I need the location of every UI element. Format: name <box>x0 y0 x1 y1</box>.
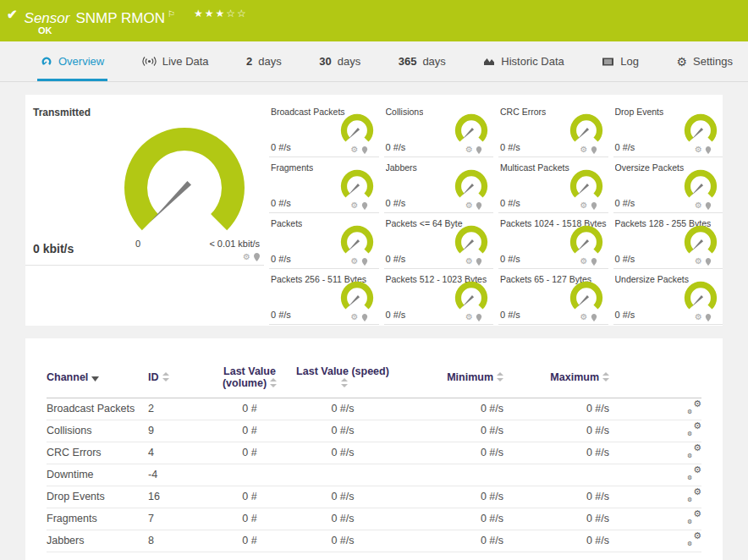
tab-2-days[interactable]: 2 days <box>243 41 285 81</box>
gear-icon[interactable]: ⚙ <box>351 201 359 210</box>
gear-icon[interactable]: ⚙ <box>580 145 588 154</box>
cell-channel: Broadcast Packets <box>47 398 148 420</box>
cell-maximum: 0 #/s <box>503 530 609 552</box>
gauge-card: Packets 512 - 1023 Bytes 0 #/s ⚙ <box>384 269 494 325</box>
flag-icon[interactable]: ⚐ <box>168 9 175 19</box>
tab-overview[interactable]: Overview <box>37 41 107 81</box>
cell-channel: Drop Events <box>47 486 148 508</box>
channels-table-panel: ChannelIDLast Value (volume)Last Value (… <box>25 338 723 560</box>
channel-settings-gears-icon[interactable]: ⚙⚙ <box>687 511 701 524</box>
pin-icon[interactable] <box>476 258 482 266</box>
pin-icon[interactable] <box>361 202 368 210</box>
gauge-needle <box>691 128 703 140</box>
pin-icon[interactable] <box>705 202 712 210</box>
table-row[interactable]: Fragments 7 0 # 0 #/s 0 #/s 0 #/s ⚙⚙ <box>47 508 701 530</box>
pin-icon[interactable] <box>476 314 482 321</box>
gear-icon[interactable]: ⚙ <box>580 257 588 266</box>
channel-settings-gears-icon[interactable]: ⚙⚙ <box>687 533 701 546</box>
gauge-title: CRC Errors <box>500 107 546 117</box>
gear-icon[interactable]: ⚙ <box>465 201 473 210</box>
tab-30-days[interactable]: 30 days <box>316 41 364 81</box>
tab-365-days[interactable]: 365 days <box>395 41 449 81</box>
gear-icon[interactable]: ⚙ <box>580 313 588 321</box>
priority-stars[interactable]: ★★★☆☆ <box>194 5 248 22</box>
pin-icon[interactable] <box>591 202 597 210</box>
channel-settings-gears-icon[interactable]: ⚙⚙ <box>687 401 701 414</box>
cell-minimum: 0 #/s <box>393 420 503 442</box>
gear-icon[interactable]: ⚙ <box>351 257 359 266</box>
gauge-card: Oversize Packets 0 #/s ⚙ <box>613 157 723 213</box>
main-gauge-scale-max: < 0.01 kbit/s <box>209 239 260 249</box>
col-header-last-value-volume[interactable]: Last Value (volume) <box>207 357 292 398</box>
gauge-needle <box>577 128 589 140</box>
main-gauge-title: Transmitted <box>33 107 91 118</box>
gear-icon[interactable]: ⚙ <box>695 201 702 210</box>
gear-icon[interactable]: ⚙ <box>465 145 473 154</box>
table-body: Broadcast Packets 2 0 # 0 #/s 0 #/s 0 #/… <box>47 398 701 552</box>
gear-icon[interactable]: ⚙ <box>695 257 702 266</box>
gear-icon[interactable]: ⚙ <box>695 313 702 321</box>
col-header-maximum[interactable]: Maximum <box>503 357 609 398</box>
gear-icon[interactable]: ⚙ <box>243 253 250 261</box>
pin-icon[interactable] <box>361 314 368 321</box>
pin-icon[interactable] <box>591 258 597 266</box>
col-header-id[interactable]: ID <box>148 357 207 398</box>
cell-id: -4 <box>148 464 207 486</box>
gauge-title: Fragments <box>271 162 313 173</box>
cell-minimum <box>393 464 503 486</box>
tab-log[interactable]: Log <box>598 41 642 81</box>
gauge-card: Fragments 0 #/s ⚙ <box>269 157 379 213</box>
live-icon <box>142 56 157 67</box>
tab-number: 365 <box>399 55 417 68</box>
gauge-needle <box>151 181 191 222</box>
col-header-last-value-speed[interactable]: Last Value (speed) <box>292 357 393 398</box>
gauge-title: Drop Events <box>615 107 664 117</box>
gear-icon[interactable]: ⚙ <box>580 201 588 210</box>
channel-settings-gears-icon[interactable]: ⚙⚙ <box>687 423 701 436</box>
table-row[interactable]: Jabbers 8 0 # 0 #/s 0 #/s 0 #/s ⚙⚙ <box>47 530 701 552</box>
cell-id: 4 <box>148 442 207 464</box>
gear-icon[interactable]: ⚙ <box>351 145 359 154</box>
channel-settings-gears-icon[interactable]: ⚙⚙ <box>687 445 701 458</box>
table-row[interactable]: Collisions 9 0 # 0 #/s 0 #/s 0 #/s ⚙⚙ <box>47 420 701 442</box>
pin-icon[interactable] <box>591 314 597 321</box>
table-row[interactable]: Drop Events 16 0 # 0 #/s 0 #/s 0 #/s ⚙⚙ <box>47 486 701 508</box>
gauge-value: 0 #/s <box>271 254 291 264</box>
pin-icon[interactable] <box>476 146 482 154</box>
gear-icon[interactable]: ⚙ <box>351 313 359 321</box>
channel-settings-gears-icon[interactable]: ⚙⚙ <box>687 489 701 502</box>
gauge-value: 0 #/s <box>386 142 406 152</box>
cell-minimum: 0 #/s <box>393 508 503 530</box>
cell-maximum: 0 #/s <box>503 486 609 508</box>
pin-icon[interactable] <box>361 258 368 266</box>
tab-settings[interactable]: ⚙ Settings <box>673 41 736 81</box>
gear-icon[interactable]: ⚙ <box>465 313 473 321</box>
gauge-needle <box>462 295 474 307</box>
tab-label: Settings <box>693 55 733 68</box>
pin-icon[interactable] <box>705 258 712 266</box>
pin-icon[interactable] <box>591 146 597 154</box>
gear-icon[interactable]: ⚙ <box>695 145 702 154</box>
cell-last-value-speed: 0 #/s <box>292 420 393 442</box>
channel-settings-gears-icon[interactable]: ⚙⚙ <box>687 467 701 480</box>
pin-icon[interactable] <box>476 202 482 210</box>
pin-icon[interactable] <box>253 253 261 261</box>
cell-last-value-volume: 0 # <box>207 420 292 442</box>
gauge-needle <box>577 239 589 251</box>
gauge-value: 0 #/s <box>500 254 520 264</box>
gauge-needle <box>348 295 360 307</box>
table-row[interactable]: Broadcast Packets 2 0 # 0 #/s 0 #/s 0 #/… <box>47 398 701 420</box>
tab-live-data[interactable]: Live Data <box>139 41 212 81</box>
gear-icon[interactable]: ⚙ <box>465 257 473 266</box>
pin-icon[interactable] <box>705 146 712 154</box>
col-header-channel[interactable]: Channel <box>47 357 148 398</box>
col-header-minimum[interactable]: Minimum <box>393 357 503 398</box>
tab-historic-data[interactable]: Historic Data <box>480 41 567 81</box>
tab-label: days <box>338 55 360 68</box>
pin-icon[interactable] <box>361 146 368 154</box>
pin-icon[interactable] <box>705 314 712 321</box>
cell-last-value-volume <box>207 464 292 486</box>
table-row[interactable]: CRC Errors 4 0 # 0 #/s 0 #/s 0 #/s ⚙⚙ <box>47 442 701 464</box>
historic-icon <box>483 56 495 67</box>
table-row[interactable]: Downtime -4 ⚙⚙ <box>47 464 701 486</box>
